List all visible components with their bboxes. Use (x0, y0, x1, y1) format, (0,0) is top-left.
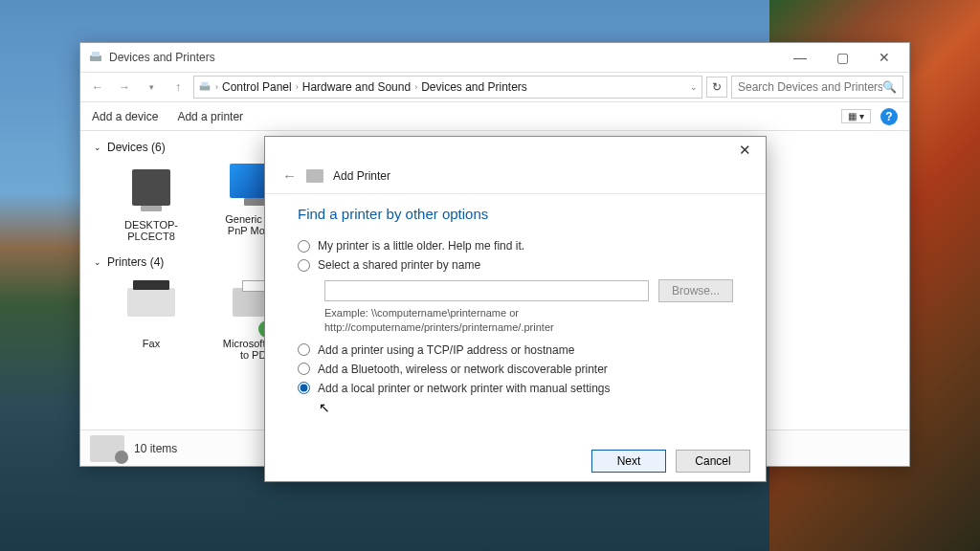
printer-icon (306, 169, 323, 183)
chevron-right-icon: › (215, 82, 218, 92)
section-label: Devices (6) (107, 141, 166, 154)
back-button[interactable]: ← (86, 76, 109, 99)
desktop-pc-icon (132, 169, 170, 206)
browse-button[interactable]: Browse... (658, 279, 733, 302)
address-bar: ← → ▾ ↑ › Control Panel › Hardware and S… (80, 72, 909, 102)
up-button[interactable]: ↑ (167, 76, 189, 99)
breadcrumb-item[interactable]: Hardware and Sound (302, 80, 411, 94)
status-devices-icon (90, 435, 124, 462)
radio-older[interactable] (298, 240, 310, 253)
device-item[interactable]: DESKTOP-PLCECT8 (113, 164, 189, 242)
titlebar: Devices and Printers — ▢ ✕ (80, 43, 909, 72)
printer-label: Fax (113, 338, 189, 349)
toolbar: Add a device Add a printer ▦ ▾ ? (80, 102, 909, 131)
option-label: My printer is a little older. Help me fi… (318, 239, 524, 253)
status-text: 10 items (134, 442, 177, 455)
option-label: Add a Bluetooth, wireless or network dis… (318, 363, 608, 376)
dialog-title: Add Printer (333, 169, 390, 183)
radio-shared[interactable] (298, 259, 310, 272)
option-bluetooth[interactable]: Add a Bluetooth, wireless or network dis… (298, 363, 733, 376)
dialog-back-button[interactable]: ← (282, 167, 297, 184)
fax-icon (127, 288, 175, 317)
search-field[interactable] (738, 80, 882, 94)
option-label: Select a shared printer by name (318, 258, 480, 272)
add-device-button[interactable]: Add a device (92, 110, 158, 123)
dialog-heading: Find a printer by other options (298, 206, 733, 222)
radio-tcpip[interactable] (298, 343, 310, 356)
view-options-button[interactable]: ▦ ▾ (841, 109, 871, 123)
radio-bluetooth[interactable] (298, 363, 310, 375)
dialog-close-button[interactable]: ✕ (729, 140, 760, 161)
chevron-right-icon: › (414, 82, 417, 92)
breadcrumb-item[interactable]: Devices and Printers (421, 80, 527, 94)
shared-printer-path-input[interactable] (324, 280, 649, 301)
refresh-button[interactable]: ↻ (706, 77, 727, 98)
option-label: Add a printer using a TCP/IP address or … (318, 343, 574, 357)
devices-printers-icon (88, 50, 103, 65)
example-text: Example: \\computername\printername or h… (324, 306, 733, 336)
next-button[interactable]: Next (591, 450, 666, 473)
device-label: DESKTOP-PLCECT8 (113, 219, 189, 242)
add-printer-dialog: ✕ ← Add Printer Find a printer by other … (264, 136, 767, 482)
option-local-printer[interactable]: Add a local printer or network printer w… (298, 382, 733, 395)
add-printer-button[interactable]: Add a printer (177, 110, 243, 123)
cancel-button[interactable]: Cancel (676, 450, 750, 473)
dialog-titlebar: ✕ (265, 137, 766, 164)
help-icon[interactable]: ? (880, 108, 898, 125)
minimize-button[interactable]: — (779, 44, 821, 71)
forward-button[interactable]: → (113, 76, 136, 99)
section-label: Printers (4) (107, 255, 164, 269)
breadcrumb-item[interactable]: Control Panel (222, 80, 292, 94)
devices-printers-icon (198, 80, 212, 94)
radio-local[interactable] (298, 382, 310, 394)
maximize-button[interactable]: ▢ (821, 44, 863, 71)
chevron-down-icon: ⌄ (94, 143, 101, 152)
chevron-down-icon: ⌄ (94, 257, 101, 267)
chevron-down-icon[interactable]: ⌄ (690, 82, 698, 92)
close-button[interactable]: ✕ (863, 44, 905, 71)
option-older-printer[interactable]: My printer is a little older. Help me fi… (298, 239, 733, 253)
chevron-right-icon: › (296, 82, 299, 92)
dialog-footer: Next Cancel (265, 441, 766, 481)
search-icon: 🔍 (882, 80, 897, 94)
breadcrumb[interactable]: › Control Panel › Hardware and Sound › D… (193, 76, 702, 99)
printer-item[interactable]: Fax (113, 278, 189, 361)
history-dropdown[interactable]: ▾ (140, 76, 163, 99)
option-shared-printer[interactable]: Select a shared printer by name (298, 258, 733, 272)
option-tcpip[interactable]: Add a printer using a TCP/IP address or … (298, 343, 733, 357)
search-input[interactable]: 🔍 (731, 76, 903, 99)
option-label: Add a local printer or network printer w… (318, 382, 610, 395)
window-title: Devices and Printers (109, 51, 215, 64)
svg-rect-1 (92, 52, 100, 56)
svg-rect-3 (202, 82, 209, 86)
dialog-body: Find a printer by other options My print… (265, 194, 766, 441)
dialog-header: ← Add Printer (265, 164, 766, 194)
